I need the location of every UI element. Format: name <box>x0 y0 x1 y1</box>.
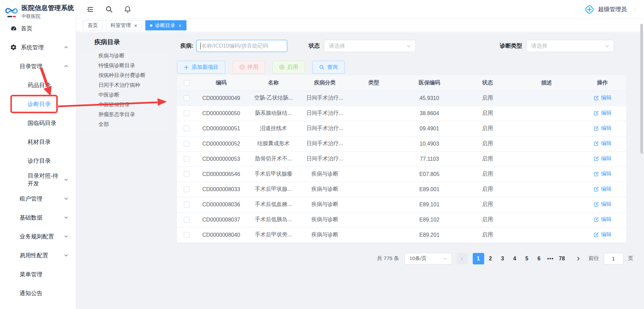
page-number-5[interactable]: 5 <box>521 253 533 264</box>
catalog-list-item[interactable]: 特慢病诊断目录 <box>79 60 169 70</box>
query-button[interactable]: 查询 <box>312 61 345 74</box>
edit-icon <box>593 201 599 207</box>
sidebar-item-drug-catalog[interactable]: 药品目录 <box>0 76 76 95</box>
catalog-list-item[interactable]: 按病种目录付费诊断 <box>79 70 169 80</box>
edit-button[interactable]: 编辑 <box>593 170 612 177</box>
catalog-list-item[interactable]: 肿瘤形态学目录 <box>79 109 169 119</box>
tab-home[interactable]: 首页 <box>83 20 103 30</box>
bell-icon[interactable] <box>124 5 131 13</box>
sidebar-item-menu-management[interactable]: 菜单管理 <box>0 265 76 284</box>
row-checkbox[interactable] <box>184 141 189 147</box>
page-number-78[interactable]: 78 <box>556 253 568 264</box>
page-number-1[interactable]: 1 <box>473 253 484 264</box>
row-checkbox[interactable] <box>184 171 189 177</box>
table-row: CD0000000050肠系膜动脉结...日间手术治疗...38.8604启用编… <box>177 106 626 121</box>
sidebar-item-tenant-management[interactable]: 租户管理 <box>0 189 76 208</box>
row-checkbox[interactable] <box>184 126 189 131</box>
page-number-6[interactable]: 6 <box>533 253 545 264</box>
sidebar-item-national-code-catalog[interactable]: 国临码目录 <box>0 113 76 132</box>
edit-button[interactable]: 编辑 <box>593 125 612 132</box>
catalog-list-item[interactable]: 中医诊断 <box>79 90 169 100</box>
edit-button[interactable]: 编辑 <box>593 109 612 117</box>
row-checkbox[interactable] <box>184 232 189 238</box>
insurance-code-cell: E07.805 <box>398 166 461 182</box>
catalog-list-item[interactable]: 日间手术治疗病种 <box>79 80 169 90</box>
edit-icon <box>593 95 599 101</box>
sidebar-item-system-management[interactable]: 系统管理 <box>0 38 76 57</box>
row-checkbox[interactable] <box>184 156 189 162</box>
tab-department-management[interactable]: 科室管理× <box>106 20 142 30</box>
gear-icon <box>10 44 17 51</box>
page-number-4[interactable]: 4 <box>509 253 521 264</box>
catalog-list-item[interactable]: 全部 <box>79 119 169 129</box>
sidebar-item-diagnosis-catalog[interactable]: 诊断目录 <box>0 95 76 113</box>
edit-button[interactable]: 编辑 <box>593 94 612 101</box>
prev-page-button[interactable] <box>457 253 468 264</box>
sidebar-item-business-rules[interactable]: 业务规则配置 <box>0 227 76 246</box>
disable-button[interactable]: 停用 <box>233 61 265 74</box>
plus-circle-icon <box>279 65 285 70</box>
name-cell: 泪道挂线术 <box>246 121 300 136</box>
edit-button[interactable]: 编辑 <box>593 155 612 162</box>
name-cell: 手术后甲状旁... <box>246 227 300 242</box>
checkbox-cell <box>177 182 196 197</box>
type-cell <box>349 166 398 182</box>
row-checkbox[interactable] <box>184 217 189 223</box>
sidebar-item-label: 药品目录 <box>28 81 51 89</box>
close-icon[interactable]: × <box>179 23 182 28</box>
search-icon[interactable] <box>105 5 113 13</box>
row-checkbox[interactable] <box>184 186 189 192</box>
checkbox-cell <box>177 197 196 212</box>
sidebar-item-catalog-management[interactable]: 目录管理 <box>0 57 76 76</box>
page-number-2[interactable]: 2 <box>485 253 496 264</box>
sidebar-item-consumable-catalog[interactable]: 耗材目录 <box>0 132 76 151</box>
edit-button[interactable]: 编辑 <box>593 216 612 223</box>
action-cell: 编辑 <box>579 106 626 121</box>
sidebar-item-catalog-compare[interactable]: 目录对照-待开发 <box>0 170 76 189</box>
collapse-menu-icon[interactable] <box>86 5 94 14</box>
sidebar-item-usability-config[interactable]: 易用性配置 <box>0 246 76 265</box>
status-cell: 启用 <box>461 182 515 197</box>
chevron-down-icon <box>64 253 68 258</box>
edit-button[interactable]: 编辑 <box>593 201 612 208</box>
edit-button[interactable]: 编辑 <box>593 185 612 192</box>
table-row: CD0000008040手术后甲状旁...疾病与诊断E89.201启用编辑 <box>177 227 626 242</box>
sidebar-item-home[interactable]: 首页 <box>0 19 76 38</box>
enable-button[interactable]: 启用 <box>272 61 305 74</box>
description-cell <box>515 121 579 136</box>
checkbox-cell <box>177 121 196 136</box>
disease-search-input[interactable] <box>196 40 287 52</box>
sidebar-item-label: 首页 <box>21 25 32 32</box>
diagnosis-type-select-placeholder: 请选择 <box>531 43 548 50</box>
add-item-button[interactable]: 添加新项目 <box>177 61 225 74</box>
page-number-3[interactable]: 3 <box>497 253 508 264</box>
row-checkbox[interactable] <box>184 202 189 207</box>
user-avatar-icon <box>584 4 595 15</box>
chevron-down-icon <box>64 234 68 239</box>
status-select[interactable]: 请选择 <box>324 40 416 52</box>
tab-label: 科室管理 <box>111 22 131 29</box>
goto-page-input[interactable] <box>604 253 623 264</box>
sidebar-item-notice[interactable]: 通知公告 <box>0 284 76 303</box>
catalog-list-item[interactable]: 中医证候目录 <box>79 100 169 109</box>
code-cell: CD0000008037 <box>196 212 246 227</box>
sidebar-item-basic-data[interactable]: 基础数据 <box>0 208 76 227</box>
chevron-down-icon <box>605 44 610 49</box>
row-checkbox[interactable] <box>184 95 189 101</box>
edit-button[interactable]: 编辑 <box>593 140 612 147</box>
close-icon[interactable]: × <box>134 23 137 28</box>
row-checkbox[interactable] <box>184 110 189 116</box>
code-cell: CD0000000051 <box>196 121 246 136</box>
tab-diagnosis-catalog[interactable]: 诊断目录× <box>145 20 186 30</box>
sidebar-item-treatment-catalog[interactable]: 诊疗目录 <box>0 151 76 170</box>
edit-button[interactable]: 编辑 <box>593 231 612 238</box>
page-scrollbar-thumb[interactable] <box>640 24 643 154</box>
more-pages-icon[interactable]: ••• <box>546 256 556 262</box>
action-cell: 编辑 <box>579 212 626 227</box>
diagnosis-type-select[interactable]: 请选择 <box>526 40 614 52</box>
user-menu[interactable]: 超级管理员 <box>584 4 627 15</box>
next-page-button[interactable] <box>573 253 584 264</box>
catalog-list-item[interactable]: 疾病与诊断 <box>79 51 169 60</box>
page-size-select[interactable]: 10条/页 <box>405 253 452 264</box>
select-all-checkbox[interactable] <box>184 80 189 86</box>
